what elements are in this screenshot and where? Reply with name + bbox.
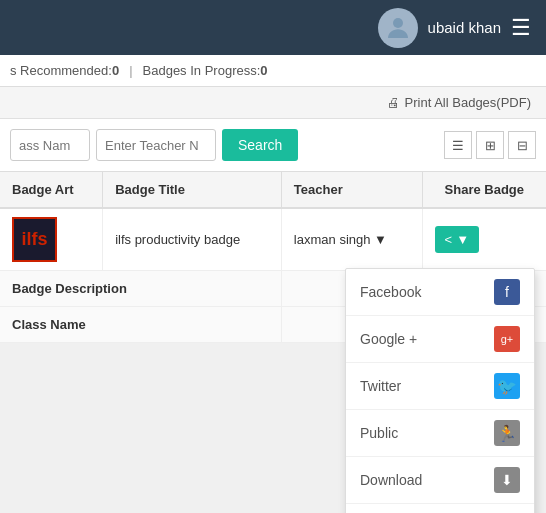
search-button[interactable]: Search — [222, 129, 298, 161]
list-view-button[interactable]: ☰ — [444, 131, 472, 159]
badge-art-cell: ilfs — [0, 208, 103, 271]
print-icon: 🖨 — [387, 95, 400, 110]
badge-title-cell: ilfs productivity badge — [103, 208, 282, 271]
in-progress-count: 0 — [260, 63, 267, 78]
share-google-plus[interactable]: Google + g+ — [346, 316, 534, 363]
hamburger-menu[interactable]: ☰ — [511, 17, 531, 39]
teacher-cell: laxman singh ▼ — [281, 208, 422, 271]
download-icon: ⬇ — [494, 467, 520, 493]
google-plus-label: Google + — [360, 331, 417, 347]
print-all-button[interactable]: 🖨 Print All Badges(PDF) — [387, 95, 531, 110]
teacher-name-input[interactable] — [96, 129, 216, 161]
header: ubaid khan ☰ — [0, 0, 546, 55]
username-label: ubaid khan — [428, 19, 501, 36]
share-button[interactable]: < ▼ — [435, 226, 479, 253]
print-bar: 🖨 Print All Badges(PDF) — [0, 87, 546, 119]
table-header-row: Badge Art Badge Title Teacher Share Badg… — [0, 172, 546, 208]
public-icon: 🏃 — [494, 420, 520, 446]
share-icon: < — [445, 232, 453, 247]
class-name-input[interactable] — [10, 129, 90, 161]
share-twitter[interactable]: Twitter 🐦 — [346, 363, 534, 410]
public-label: Public — [360, 425, 398, 441]
badge-art-image: ilfs — [12, 217, 57, 262]
col-badge-title: Badge Title — [103, 172, 282, 208]
facebook-icon: f — [494, 279, 520, 305]
grid-small-view-button[interactable]: ⊞ — [476, 131, 504, 159]
avatar — [378, 8, 418, 48]
class-name-label: Class Name — [0, 307, 281, 343]
table-row: ilfs ilfs productivity badge laxman sing… — [0, 208, 546, 271]
stats-divider: | — [129, 63, 132, 78]
share-facebook[interactable]: Facebook f — [346, 269, 534, 316]
col-share: Share Badge — [422, 172, 546, 208]
col-badge-art: Badge Art — [0, 172, 103, 208]
recommended-count: 0 — [112, 63, 119, 78]
download-label: Download — [360, 472, 422, 488]
avatar-icon — [383, 13, 413, 43]
print-label: Print All Badges(PDF) — [405, 95, 531, 110]
col-teacher: Teacher — [281, 172, 422, 208]
teacher-name: laxman singh — [294, 232, 371, 247]
download-item[interactable]: Download ⬇ — [346, 457, 534, 504]
dropdown-arrow: ▼ — [374, 232, 387, 247]
in-progress-label: Badges In Progress:0 — [143, 63, 268, 78]
search-bar: Search ☰ ⊞ ⊟ — [0, 119, 546, 172]
teacher-dropdown[interactable]: laxman singh ▼ — [294, 232, 387, 247]
stats-bar: s Recommended:0 | Badges In Progress:0 — [0, 55, 546, 87]
view-toggle: ☰ ⊞ ⊟ — [444, 131, 536, 159]
facebook-label: Facebook — [360, 284, 421, 300]
svg-point-0 — [393, 18, 403, 28]
badge-description-label: Badge Description — [0, 271, 281, 307]
share-public[interactable]: Public 🏃 — [346, 410, 534, 457]
grid-large-view-button[interactable]: ⊟ — [508, 131, 536, 159]
share-dropdown-menu: Facebook f Google + g+ Twitter 🐦 Public … — [345, 268, 535, 513]
add-to-backpack-item[interactable]: Add To Backpack 🎒 — [346, 504, 534, 513]
twitter-label: Twitter — [360, 378, 401, 394]
share-cell: < ▼ — [422, 208, 546, 271]
recommended-label: s Recommended:0 — [10, 63, 119, 78]
share-dropdown-arrow: ▼ — [456, 232, 469, 247]
badge-art-text: ilfs — [21, 229, 47, 250]
twitter-icon: 🐦 — [494, 373, 520, 399]
google-plus-icon: g+ — [494, 326, 520, 352]
